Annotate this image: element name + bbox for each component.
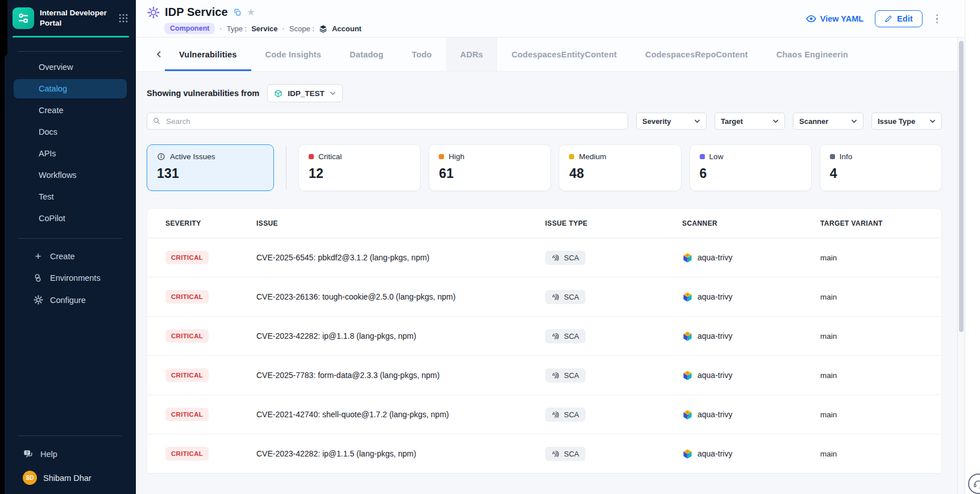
stat-value: 48 [569, 166, 671, 181]
aqua-trivy-icon [682, 370, 693, 381]
sidebar-nav: Overview Catalog Create Docs APIs Workfl… [5, 57, 136, 230]
issue-type-badge: SCA [545, 290, 585, 304]
info-card[interactable]: Info 4 [820, 144, 942, 191]
scanner-cell: aqua-trivy [682, 252, 820, 263]
table-row[interactable]: CRITICAL CVE-2025-6545: pbkdf2@3.1.2 (la… [147, 238, 941, 277]
kind-badge: Component [164, 23, 215, 34]
stat-value: 4 [830, 166, 932, 181]
tab-datadog[interactable]: Datadog [335, 38, 397, 71]
issues-table: SEVERITY ISSUE ISSUE TYPE SCANNER TARGET… [147, 208, 942, 474]
sidebar-item-create[interactable]: Create [14, 101, 127, 120]
sca-fingerprint-icon [551, 410, 560, 419]
meta-separator: · [282, 24, 284, 33]
gear-icon [33, 295, 43, 305]
scrollbar-thumb[interactable] [959, 41, 964, 332]
tab-adrs[interactable]: ADRs [446, 38, 497, 71]
portal-logo-icon[interactable] [13, 7, 34, 29]
showing-label: Showing vulnerabilities from [147, 89, 259, 98]
sidebar-action-configure[interactable]: Configure [14, 290, 127, 310]
sidebar-item-docs[interactable]: Docs [14, 122, 127, 142]
type-value: Service [251, 24, 277, 33]
edit-label: Edit [897, 14, 912, 23]
sca-fingerprint-icon [551, 371, 560, 380]
sidebar-divider [18, 435, 122, 436]
info-icon [157, 152, 165, 161]
column-target-variant: TARGET VARIANT [820, 219, 941, 227]
help-item[interactable]: Help [5, 444, 136, 464]
target-variant-cell: main [820, 332, 941, 341]
low-card[interactable]: Low 6 [690, 144, 812, 191]
target-variant-cell: main [820, 254, 941, 262]
target-filter[interactable]: Target [715, 113, 785, 130]
scrollbar-track[interactable] [957, 38, 965, 494]
search-input[interactable] [147, 113, 628, 130]
stat-label: Info [840, 152, 853, 161]
medium-card[interactable]: Medium 48 [559, 144, 681, 191]
stat-value: 131 [157, 166, 264, 181]
vulnerabilities-panel: Showing vulnerabilities from IDP_TEST Se… [147, 72, 942, 474]
sidebar-item-workflows[interactable]: Workflows [14, 165, 127, 185]
sidebar-item-overview[interactable]: Overview [14, 57, 127, 77]
stat-value: 6 [700, 166, 802, 181]
table-row[interactable]: CRITICAL CVE-2021-42740: shell-quote@1.7… [147, 395, 941, 434]
filter-label: Scanner [799, 117, 828, 126]
table-row[interactable]: CRITICAL CVE-2023-42282: ip@1.1.8 (lang-… [147, 317, 941, 356]
issue-type-badge: SCA [545, 251, 585, 265]
sidebar-item-catalog[interactable]: Catalog [14, 79, 127, 98]
sidebar-item-copilot[interactable]: CoPilot [14, 209, 127, 228]
page-title: IDP Service [165, 6, 228, 19]
tab-codespaces-repo-content[interactable]: CodespacesRepoContent [631, 38, 762, 71]
tab-todo[interactable]: Todo [397, 38, 446, 71]
sidebar-divider [18, 238, 122, 239]
copy-icon[interactable] [233, 8, 242, 16]
high-card[interactable]: High 61 [429, 144, 551, 191]
variant-value: IDP_TEST [288, 89, 325, 98]
main-area: IDP Service ★ Component · Type : Service… [136, 0, 980, 494]
user-menu[interactable]: SD Shibam Dhar [5, 464, 136, 494]
tab-code-insights[interactable]: Code Insights [251, 38, 335, 71]
edit-button[interactable]: Edit [875, 10, 922, 27]
app-grid-icon[interactable] [118, 13, 129, 24]
critical-card[interactable]: Critical 12 [298, 144, 421, 191]
sca-fingerprint-icon [551, 293, 560, 301]
scanner-cell: aqua-trivy [682, 370, 820, 381]
stat-label: Low [709, 152, 724, 161]
tab-vulnerabilities[interactable]: Vulnerabilities [165, 38, 251, 71]
table-row[interactable]: CRITICAL CVE-2025-7783: form-data@2.3.3 … [147, 356, 941, 395]
severity-filter[interactable]: Severity [636, 113, 707, 130]
sidebar-action-environments[interactable]: Environments [14, 268, 127, 288]
plus-icon: + [33, 252, 43, 260]
scanner-cell: aqua-trivy [682, 409, 820, 420]
scope-label: Scope : [289, 24, 314, 33]
issue-type-filter[interactable]: Issue Type [871, 113, 942, 130]
tabs-scroll-left-icon[interactable] [153, 47, 165, 61]
info-dot [830, 154, 835, 159]
severity-badge: CRITICAL [165, 368, 209, 382]
table-header-row: SEVERITY ISSUE ISSUE TYPE SCANNER TARGET… [147, 209, 941, 238]
more-options-icon[interactable] [934, 12, 941, 26]
table-row[interactable]: CRITICAL CVE-2023-42282: ip@1.1.5 (lang-… [147, 434, 941, 474]
variant-dropdown[interactable]: IDP_TEST [267, 84, 343, 102]
sidebar-item-apis[interactable]: APIs [14, 144, 127, 163]
stat-label: High [449, 152, 464, 161]
stats-row: Active Issues 131 Critical 12 High 61 [147, 144, 942, 191]
issue-type-badge: SCA [545, 408, 585, 422]
medium-dot [569, 154, 574, 159]
scanner-filter[interactable]: Scanner [793, 113, 863, 130]
column-scanner: SCANNER [682, 219, 820, 227]
environments-icon [33, 273, 43, 283]
active-issues-card[interactable]: Active Issues 131 [147, 144, 274, 191]
sidebar-action-create[interactable]: + Create [14, 247, 127, 266]
sidebar-item-test[interactable]: Test [14, 187, 127, 206]
tab-codespaces-entity-content[interactable]: CodespacesEntityContent [497, 38, 631, 71]
tab-chaos-engineering[interactable]: Chaos Engineerin [762, 38, 848, 71]
aqua-trivy-icon [682, 449, 693, 459]
scanner-cell: aqua-trivy [682, 331, 820, 342]
sidebar: Internal Developer Portal Overview Catal… [5, 0, 136, 494]
search-icon [152, 117, 161, 125]
star-icon[interactable]: ★ [247, 8, 255, 17]
view-yaml-button[interactable]: View YAML [806, 14, 863, 24]
issue-cell: CVE-2025-6545: pbkdf2@3.1.2 (lang-pkgs, … [256, 253, 545, 262]
table-row[interactable]: CRITICAL CVE-2023-26136: tough-cookie@2.… [147, 277, 941, 317]
stat-label: Active Issues [170, 152, 215, 161]
